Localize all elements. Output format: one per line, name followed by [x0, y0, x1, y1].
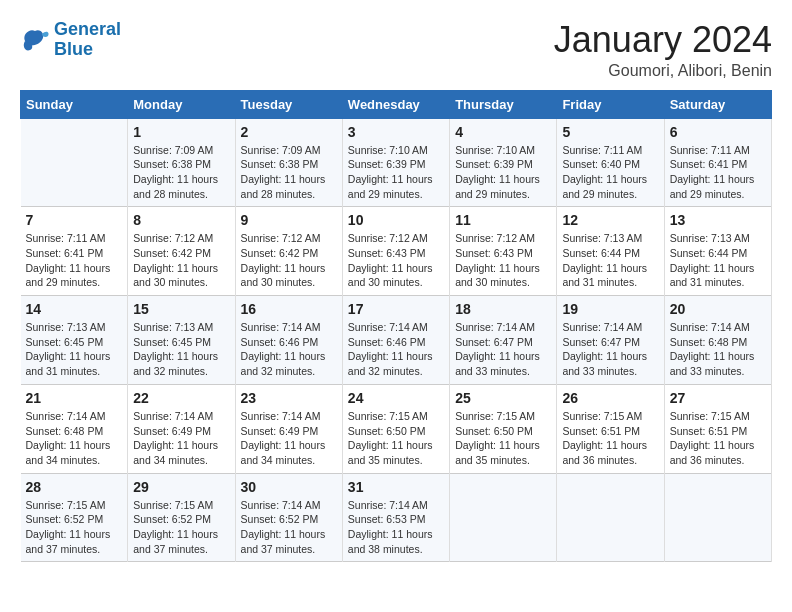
month-title: January 2024 [554, 20, 772, 60]
calendar-cell: 10Sunrise: 7:12 AMSunset: 6:43 PMDayligh… [342, 207, 449, 296]
day-info: Sunrise: 7:13 AMSunset: 6:45 PMDaylight:… [26, 320, 123, 379]
calendar-cell: 16Sunrise: 7:14 AMSunset: 6:46 PMDayligh… [235, 296, 342, 385]
day-number: 29 [133, 479, 229, 495]
title-block: January 2024 Goumori, Alibori, Benin [554, 20, 772, 80]
day-info: Sunrise: 7:15 AMSunset: 6:52 PMDaylight:… [133, 498, 229, 557]
day-number: 14 [26, 301, 123, 317]
day-info: Sunrise: 7:15 AMSunset: 6:50 PMDaylight:… [455, 409, 551, 468]
calendar-cell: 19Sunrise: 7:14 AMSunset: 6:47 PMDayligh… [557, 296, 664, 385]
day-number: 9 [241, 212, 337, 228]
day-number: 8 [133, 212, 229, 228]
calendar-cell: 25Sunrise: 7:15 AMSunset: 6:50 PMDayligh… [450, 384, 557, 473]
day-number: 25 [455, 390, 551, 406]
day-number: 22 [133, 390, 229, 406]
logo: General Blue [20, 20, 121, 60]
header-wednesday: Wednesday [342, 90, 449, 118]
day-number: 23 [241, 390, 337, 406]
day-info: Sunrise: 7:15 AMSunset: 6:50 PMDaylight:… [348, 409, 444, 468]
calendar-cell: 30Sunrise: 7:14 AMSunset: 6:52 PMDayligh… [235, 473, 342, 562]
calendar-cell [21, 118, 128, 207]
day-number: 7 [26, 212, 123, 228]
calendar-cell: 6Sunrise: 7:11 AMSunset: 6:41 PMDaylight… [664, 118, 771, 207]
calendar-cell: 9Sunrise: 7:12 AMSunset: 6:42 PMDaylight… [235, 207, 342, 296]
calendar-cell: 15Sunrise: 7:13 AMSunset: 6:45 PMDayligh… [128, 296, 235, 385]
header-sunday: Sunday [21, 90, 128, 118]
day-number: 4 [455, 124, 551, 140]
calendar-cell: 18Sunrise: 7:14 AMSunset: 6:47 PMDayligh… [450, 296, 557, 385]
calendar-cell: 24Sunrise: 7:15 AMSunset: 6:50 PMDayligh… [342, 384, 449, 473]
day-number: 16 [241, 301, 337, 317]
day-number: 20 [670, 301, 766, 317]
day-number: 30 [241, 479, 337, 495]
calendar-cell: 21Sunrise: 7:14 AMSunset: 6:48 PMDayligh… [21, 384, 128, 473]
day-info: Sunrise: 7:14 AMSunset: 6:46 PMDaylight:… [348, 320, 444, 379]
day-info: Sunrise: 7:14 AMSunset: 6:52 PMDaylight:… [241, 498, 337, 557]
day-number: 18 [455, 301, 551, 317]
calendar-cell: 26Sunrise: 7:15 AMSunset: 6:51 PMDayligh… [557, 384, 664, 473]
week-row-5: 28Sunrise: 7:15 AMSunset: 6:52 PMDayligh… [21, 473, 772, 562]
calendar-cell: 8Sunrise: 7:12 AMSunset: 6:42 PMDaylight… [128, 207, 235, 296]
calendar-cell: 11Sunrise: 7:12 AMSunset: 6:43 PMDayligh… [450, 207, 557, 296]
calendar-cell: 3Sunrise: 7:10 AMSunset: 6:39 PMDaylight… [342, 118, 449, 207]
calendar-cell: 27Sunrise: 7:15 AMSunset: 6:51 PMDayligh… [664, 384, 771, 473]
day-info: Sunrise: 7:14 AMSunset: 6:48 PMDaylight:… [670, 320, 766, 379]
calendar-table: SundayMondayTuesdayWednesdayThursdayFrid… [20, 90, 772, 563]
week-row-2: 7Sunrise: 7:11 AMSunset: 6:41 PMDaylight… [21, 207, 772, 296]
day-info: Sunrise: 7:14 AMSunset: 6:46 PMDaylight:… [241, 320, 337, 379]
day-info: Sunrise: 7:10 AMSunset: 6:39 PMDaylight:… [455, 143, 551, 202]
day-number: 3 [348, 124, 444, 140]
calendar-cell [450, 473, 557, 562]
day-info: Sunrise: 7:14 AMSunset: 6:48 PMDaylight:… [26, 409, 123, 468]
day-info: Sunrise: 7:13 AMSunset: 6:45 PMDaylight:… [133, 320, 229, 379]
calendar-cell: 5Sunrise: 7:11 AMSunset: 6:40 PMDaylight… [557, 118, 664, 207]
day-number: 17 [348, 301, 444, 317]
day-number: 24 [348, 390, 444, 406]
day-number: 12 [562, 212, 658, 228]
calendar-cell: 12Sunrise: 7:13 AMSunset: 6:44 PMDayligh… [557, 207, 664, 296]
day-info: Sunrise: 7:12 AMSunset: 6:42 PMDaylight:… [241, 231, 337, 290]
day-info: Sunrise: 7:14 AMSunset: 6:47 PMDaylight:… [562, 320, 658, 379]
header-friday: Friday [557, 90, 664, 118]
day-info: Sunrise: 7:15 AMSunset: 6:52 PMDaylight:… [26, 498, 123, 557]
calendar-cell: 2Sunrise: 7:09 AMSunset: 6:38 PMDaylight… [235, 118, 342, 207]
calendar-cell: 20Sunrise: 7:14 AMSunset: 6:48 PMDayligh… [664, 296, 771, 385]
calendar-cell [664, 473, 771, 562]
calendar-header-row: SundayMondayTuesdayWednesdayThursdayFrid… [21, 90, 772, 118]
calendar-cell: 31Sunrise: 7:14 AMSunset: 6:53 PMDayligh… [342, 473, 449, 562]
day-info: Sunrise: 7:12 AMSunset: 6:43 PMDaylight:… [348, 231, 444, 290]
day-info: Sunrise: 7:09 AMSunset: 6:38 PMDaylight:… [133, 143, 229, 202]
calendar-cell: 17Sunrise: 7:14 AMSunset: 6:46 PMDayligh… [342, 296, 449, 385]
day-number: 28 [26, 479, 123, 495]
day-number: 2 [241, 124, 337, 140]
header-thursday: Thursday [450, 90, 557, 118]
day-number: 21 [26, 390, 123, 406]
day-number: 11 [455, 212, 551, 228]
day-info: Sunrise: 7:10 AMSunset: 6:39 PMDaylight:… [348, 143, 444, 202]
day-number: 6 [670, 124, 766, 140]
calendar-cell: 29Sunrise: 7:15 AMSunset: 6:52 PMDayligh… [128, 473, 235, 562]
calendar-cell: 14Sunrise: 7:13 AMSunset: 6:45 PMDayligh… [21, 296, 128, 385]
day-number: 19 [562, 301, 658, 317]
calendar-cell [557, 473, 664, 562]
page-header: General Blue January 2024 Goumori, Alibo… [20, 20, 772, 80]
day-info: Sunrise: 7:11 AMSunset: 6:41 PMDaylight:… [26, 231, 123, 290]
day-info: Sunrise: 7:14 AMSunset: 6:53 PMDaylight:… [348, 498, 444, 557]
calendar-cell: 1Sunrise: 7:09 AMSunset: 6:38 PMDaylight… [128, 118, 235, 207]
day-info: Sunrise: 7:15 AMSunset: 6:51 PMDaylight:… [562, 409, 658, 468]
location: Goumori, Alibori, Benin [554, 62, 772, 80]
day-info: Sunrise: 7:14 AMSunset: 6:49 PMDaylight:… [241, 409, 337, 468]
calendar-cell: 22Sunrise: 7:14 AMSunset: 6:49 PMDayligh… [128, 384, 235, 473]
calendar-cell: 23Sunrise: 7:14 AMSunset: 6:49 PMDayligh… [235, 384, 342, 473]
calendar-cell: 4Sunrise: 7:10 AMSunset: 6:39 PMDaylight… [450, 118, 557, 207]
day-info: Sunrise: 7:11 AMSunset: 6:41 PMDaylight:… [670, 143, 766, 202]
calendar-cell: 13Sunrise: 7:13 AMSunset: 6:44 PMDayligh… [664, 207, 771, 296]
day-info: Sunrise: 7:12 AMSunset: 6:43 PMDaylight:… [455, 231, 551, 290]
day-info: Sunrise: 7:11 AMSunset: 6:40 PMDaylight:… [562, 143, 658, 202]
logo-icon [20, 26, 50, 54]
logo-text: General Blue [54, 20, 121, 60]
day-info: Sunrise: 7:12 AMSunset: 6:42 PMDaylight:… [133, 231, 229, 290]
header-tuesday: Tuesday [235, 90, 342, 118]
day-info: Sunrise: 7:09 AMSunset: 6:38 PMDaylight:… [241, 143, 337, 202]
header-monday: Monday [128, 90, 235, 118]
header-saturday: Saturday [664, 90, 771, 118]
